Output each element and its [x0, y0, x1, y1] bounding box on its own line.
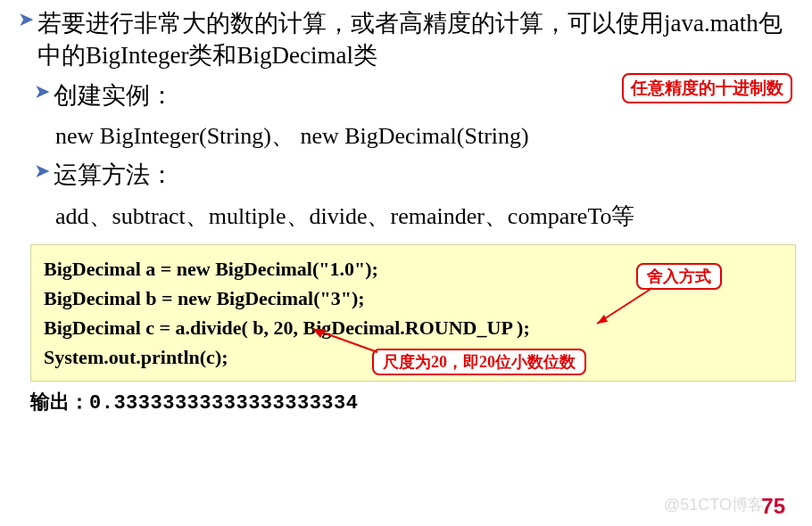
- watermark: @51CTO博客: [664, 494, 764, 515]
- callout-rounding: 舍入方式: [636, 263, 722, 290]
- output-label: 输出：: [30, 390, 89, 413]
- text-bullet-3: 运算方法：: [54, 159, 174, 191]
- text-bullet-2: 创建实例：: [54, 79, 174, 111]
- slide-content: ➤ 若要进行非常大的数的计算，或者高精度的计算，可以使用java.math包中的…: [0, 0, 812, 232]
- output-value: 0.33333333333333333334: [89, 392, 358, 415]
- code-block: BigDecimal a = new BigDecimal("1.0"); Bi…: [30, 244, 796, 382]
- code-line-3: BigDecimal c = a.divide( b, 20, BigDecim…: [44, 313, 783, 342]
- text-line-1: 若要进行非常大的数的计算，或者高精度的计算，可以使用java.math包中的Bi…: [37, 7, 794, 72]
- chevron-icon: ➤: [34, 159, 50, 185]
- page-number: 75: [761, 494, 785, 519]
- chevron-icon: ➤: [34, 79, 50, 105]
- output-line: 输出：0.33333333333333333334: [30, 389, 796, 415]
- bullet-item-3: ➤ 运算方法：: [34, 159, 794, 191]
- callout-scale: 尺度为20，即20位小数位数: [372, 349, 586, 375]
- text-line-3: add、subtract、multiple、divide、remainder、c…: [55, 201, 794, 232]
- callout-precision: 任意精度的十进制数: [622, 73, 792, 103]
- text-line-2: new BigInteger(String)、 new BigDecimal(S…: [55, 120, 794, 152]
- chevron-icon: ➤: [18, 7, 34, 33]
- bullet-item-1: ➤ 若要进行非常大的数的计算，或者高精度的计算，可以使用java.math包中的…: [18, 7, 794, 72]
